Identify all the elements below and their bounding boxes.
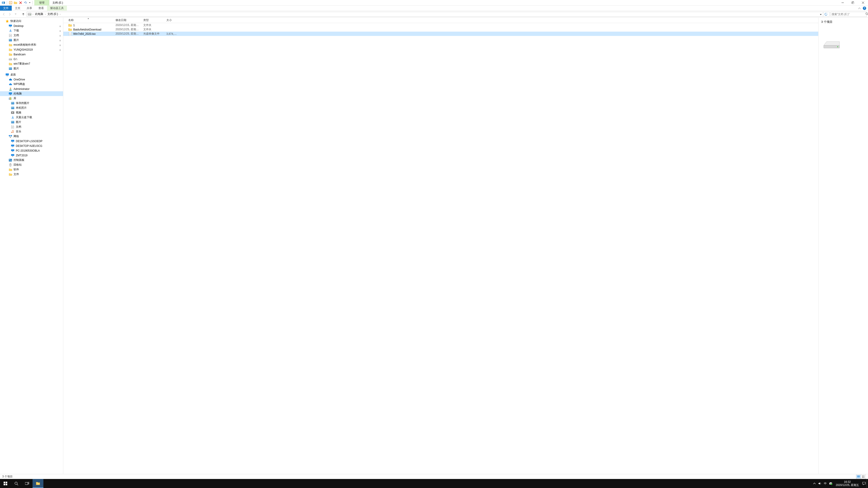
tree-user[interactable]: Administrator: [0, 87, 63, 91]
tree-lib-item[interactable]: 视频: [0, 110, 63, 115]
nav-up-button[interactable]: [21, 12, 26, 17]
tree-software[interactable]: 软件: [0, 167, 63, 172]
ime-indicator[interactable]: 中: [823, 479, 828, 488]
tree-qa-item[interactable]: excel表格制作求和: [0, 42, 63, 47]
tree-this-pc[interactable]: 此电脑: [0, 91, 63, 96]
nav-recent-dropdown[interactable]: [13, 12, 18, 17]
view-details-button[interactable]: [856, 475, 861, 479]
tree-qa-item[interactable]: 文档: [0, 33, 63, 38]
tab-share[interactable]: 共享: [24, 6, 35, 11]
tree-qa-item[interactable]: win7重装win7: [0, 61, 63, 66]
tree-qa-item[interactable]: Bandicam: [0, 52, 63, 57]
nav-tree[interactable]: 快速访问 Desktop下载文档图片excel表格制作求和YUNQISHI201…: [0, 18, 63, 474]
show-desktop-button[interactable]: [867, 479, 868, 488]
nav-forward-button[interactable]: [7, 12, 12, 17]
taskbar-search-button[interactable]: [11, 479, 22, 488]
refresh-button[interactable]: [823, 12, 829, 17]
svg-point-17: [10, 88, 11, 89]
tree-net-item[interactable]: PC-20190530OBLA: [0, 148, 63, 153]
breadcrumb-seg-root[interactable]: 此电脑: [34, 12, 44, 16]
tree-net-item[interactable]: DESKTOP-LSSOEDP: [0, 139, 63, 143]
tree-docs[interactable]: 文件: [0, 172, 63, 177]
file-icon: [68, 28, 72, 31]
tree-recycle[interactable]: 回收站: [0, 162, 63, 167]
taskbar-clock[interactable]: 16:32 2020/12/25, 星期五: [833, 480, 861, 487]
tree-lib-item[interactable]: 本机照片: [0, 105, 63, 110]
tree-label: 网络: [13, 134, 19, 138]
svg-rect-47: [824, 45, 839, 48]
view-icons-button[interactable]: [861, 475, 866, 479]
search-icon[interactable]: [866, 12, 868, 16]
nav-back-button[interactable]: [1, 12, 6, 17]
maximize-button[interactable]: [848, 0, 858, 5]
chevron-right-icon[interactable]: ›: [32, 13, 34, 15]
qat-delete-icon[interactable]: [19, 1, 22, 5]
tray-overflow-icon[interactable]: [812, 479, 817, 488]
svg-rect-31: [11, 135, 12, 136]
col-date[interactable]: 修改日期: [113, 18, 141, 23]
col-name[interactable]: 名称▲: [63, 18, 113, 23]
tree-lib-item[interactable]: 天翼云盘下载: [0, 115, 63, 120]
action-center-icon[interactable]: [861, 479, 867, 488]
tree-net-item[interactable]: ZMT2019: [0, 153, 63, 158]
volume-icon[interactable]: [817, 479, 823, 488]
tree-qa-item[interactable]: 图片: [0, 38, 63, 42]
chevron-right-icon[interactable]: ›: [59, 13, 61, 15]
tree-wps[interactable]: WPS网盘: [0, 82, 63, 87]
tree-control-panel[interactable]: 控制面板: [0, 158, 63, 162]
qat-undo-icon[interactable]: [24, 1, 27, 5]
col-type[interactable]: 类型: [141, 18, 164, 23]
item-icon: [8, 53, 12, 56]
tree-lib-item[interactable]: 保存的图片: [0, 101, 63, 105]
close-button[interactable]: [858, 0, 868, 5]
file-list[interactable]: 12020/12/15, 星期二 1...文件夹BaiduNetdiskDown…: [63, 23, 818, 474]
file-row[interactable]: 12020/12/15, 星期二 1...文件夹: [63, 23, 818, 27]
task-view-button[interactable]: [22, 479, 33, 488]
svg-rect-37: [11, 149, 14, 151]
tree-lib-item[interactable]: 文档: [0, 125, 63, 129]
app-icon[interactable]: [1, 1, 5, 5]
tree-label: 文件: [13, 172, 19, 176]
tab-view[interactable]: 查看: [35, 6, 47, 11]
tree-network[interactable]: 网络: [0, 134, 63, 139]
col-size[interactable]: 大小: [164, 18, 180, 23]
tree-qa-item[interactable]: G:\: [0, 57, 63, 61]
breadcrumb[interactable]: › 此电脑 › 文档 (E:) ›: [27, 12, 830, 17]
tree-quick-access[interactable]: 快速访问: [0, 19, 63, 24]
tree-label: PC-20190530OBLA: [16, 149, 40, 152]
tree-net-item[interactable]: DESKTOP-NJEU3CG: [0, 143, 63, 148]
tree-qa-item[interactable]: 图片: [0, 66, 63, 71]
tree-qa-item[interactable]: 下载: [0, 28, 63, 33]
tree-libraries[interactable]: 库: [0, 96, 63, 101]
start-button[interactable]: [0, 479, 11, 488]
tree-lib-item[interactable]: 音乐: [0, 129, 63, 134]
taskbar-explorer-button[interactable]: [33, 479, 43, 488]
tab-drive-tools[interactable]: 驱动器工具: [47, 6, 67, 11]
qat-new-folder-icon[interactable]: [13, 1, 18, 5]
tab-home[interactable]: 主页: [12, 6, 24, 11]
recycle-icon: [8, 163, 12, 167]
svg-point-62: [831, 484, 832, 485]
breadcrumb-history-dropdown[interactable]: [819, 13, 823, 16]
svg-rect-20: [9, 98, 9, 100]
minimize-button[interactable]: [837, 0, 848, 5]
svg-point-42: [9, 159, 10, 160]
tree-qa-item[interactable]: Desktop: [0, 24, 63, 28]
tree-qa-item[interactable]: YUNQISHI2019: [0, 47, 63, 52]
breadcrumb-seg-1[interactable]: 文档 (E:): [47, 12, 59, 16]
qat-properties-icon[interactable]: [8, 1, 12, 5]
tree-lib-item[interactable]: 图片: [0, 120, 63, 125]
svg-rect-34: [12, 142, 13, 142]
help-icon[interactable]: ?: [863, 6, 866, 10]
tray-app-icon[interactable]: [828, 479, 833, 488]
tree-onedrive[interactable]: OneDrive: [0, 77, 63, 82]
ribbon-expand-icon[interactable]: [858, 6, 861, 10]
qat-dropdown-icon[interactable]: [29, 0, 31, 5]
tree-desktop-root[interactable]: 桌面: [0, 72, 63, 77]
file-row[interactable]: Win7x64_2020.iso2020/12/25, 星期五 1...光盘映像…: [63, 32, 818, 36]
tab-file[interactable]: 文件: [0, 6, 12, 11]
file-row[interactable]: BaiduNetdiskDownload2020/12/25, 星期五 1...…: [63, 27, 818, 32]
search-box[interactable]: [831, 12, 867, 17]
search-input[interactable]: [832, 13, 866, 16]
chevron-right-icon[interactable]: ›: [44, 13, 46, 15]
